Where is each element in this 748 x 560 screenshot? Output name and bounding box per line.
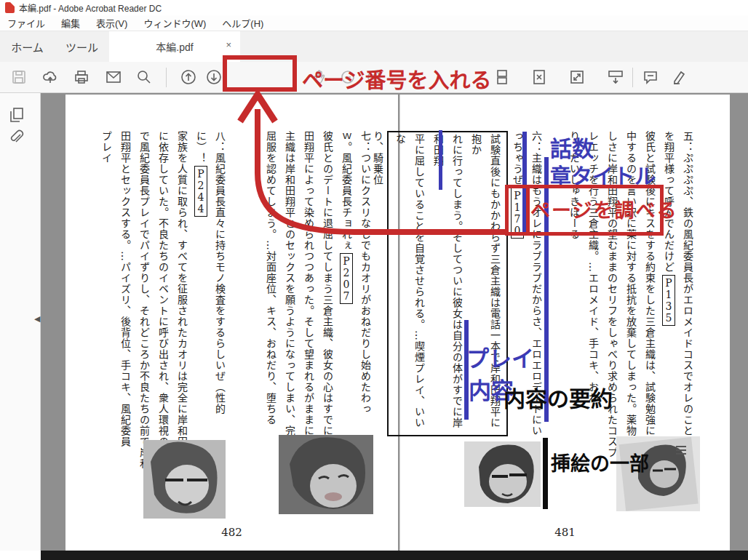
bottom-edge-strip bbox=[41, 551, 748, 560]
red-arrow-annotation bbox=[0, 0, 748, 560]
